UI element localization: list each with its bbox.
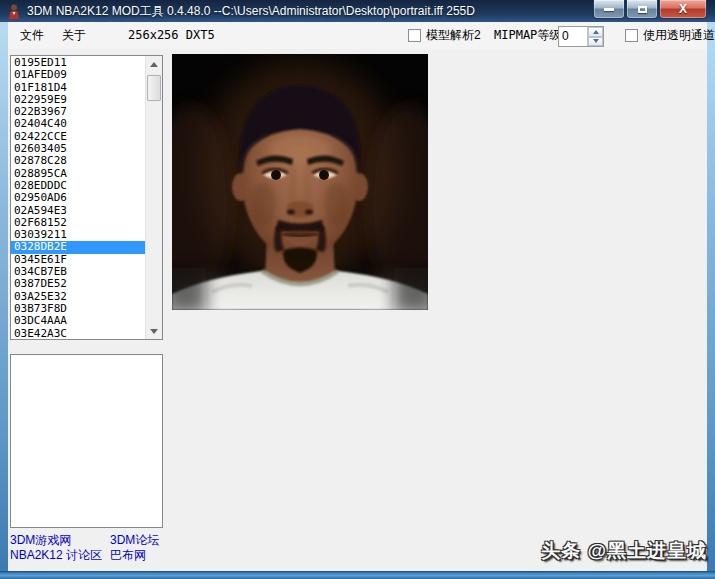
texture-list-item[interactable]: 02878C28 bbox=[11, 155, 145, 167]
scroll-up-icon bbox=[150, 62, 158, 67]
texture-list-item[interactable]: 02404C40 bbox=[11, 118, 145, 130]
maximize-button[interactable] bbox=[626, 0, 658, 19]
menu-file[interactable]: 文件 bbox=[16, 22, 48, 49]
window-border-left bbox=[0, 22, 8, 571]
mipmap-spin-buttons bbox=[587, 27, 603, 46]
info-panel bbox=[10, 354, 163, 528]
mipmap-spinner[interactable]: 0 bbox=[558, 26, 604, 47]
list-scrollbar[interactable] bbox=[145, 56, 162, 339]
texture-list-item[interactable]: 01AFED09 bbox=[11, 69, 145, 81]
minimize-icon bbox=[604, 8, 614, 11]
app-icon bbox=[6, 3, 22, 19]
alpha-channel-label: 使用透明通道 bbox=[643, 22, 715, 49]
menu-about[interactable]: 关于 bbox=[58, 22, 90, 49]
arrow-up-icon bbox=[593, 30, 599, 34]
arrow-down-icon bbox=[593, 39, 599, 43]
portrait-preview bbox=[172, 54, 428, 310]
scroll-down-button[interactable] bbox=[146, 323, 162, 339]
texture-list-item[interactable]: 02A594E3 bbox=[11, 205, 145, 217]
scrollbar-thumb[interactable] bbox=[147, 75, 161, 101]
model-parse-checkbox[interactable] bbox=[408, 29, 421, 42]
spin-down-button[interactable] bbox=[588, 37, 603, 47]
window-border-bottom bbox=[0, 571, 715, 579]
texture-list-items: 0195ED1101AFED0901F181D4022959E9022B3967… bbox=[11, 56, 145, 339]
texture-format-label: 256x256 DXT5 bbox=[128, 22, 215, 49]
texture-list-item[interactable]: 0328DB2E bbox=[11, 241, 145, 253]
mipmap-label: MIPMAP等级 bbox=[494, 22, 561, 49]
app-window: 3DM NBA2K12 MOD工具 0.4.48.0 --C:\Users\Ad… bbox=[0, 0, 715, 579]
maximize-icon bbox=[638, 6, 647, 13]
portrait-image bbox=[172, 54, 428, 310]
close-button[interactable]: X bbox=[659, 0, 707, 19]
texture-list-item[interactable]: 03E42A3C bbox=[11, 328, 145, 339]
minimize-button[interactable] bbox=[593, 0, 625, 19]
texture-list[interactable]: 0195ED1101AFED0901F181D4022959E9022B3967… bbox=[10, 55, 163, 340]
scroll-down-icon bbox=[150, 329, 158, 334]
alpha-channel-checkbox[interactable] bbox=[625, 29, 638, 42]
mipmap-value: 0 bbox=[559, 27, 587, 46]
window-border-right bbox=[707, 22, 715, 571]
texture-list-item[interactable]: 03DC4AAA bbox=[11, 315, 145, 327]
close-icon: X bbox=[679, 2, 687, 16]
spin-up-button[interactable] bbox=[588, 27, 603, 37]
link-babu[interactable]: 巴布网 bbox=[110, 547, 146, 564]
texture-list-item[interactable]: 02950AD6 bbox=[11, 192, 145, 204]
window-controls: X bbox=[592, 0, 707, 19]
title-bar[interactable]: 3DM NBA2K12 MOD工具 0.4.48.0 --C:\Users\Ad… bbox=[0, 0, 715, 22]
window-title: 3DM NBA2K12 MOD工具 0.4.48.0 --C:\Users\Ad… bbox=[27, 3, 475, 20]
model-parse-label: 模型解析2 bbox=[426, 22, 481, 49]
watermark: 头条 @黑土进皇城 bbox=[541, 538, 707, 564]
link-nba2k12-board[interactable]: NBA2K12 讨论区 bbox=[10, 547, 102, 564]
texture-list-item[interactable]: 0387DE52 bbox=[11, 278, 145, 290]
scroll-up-button[interactable] bbox=[146, 56, 162, 72]
